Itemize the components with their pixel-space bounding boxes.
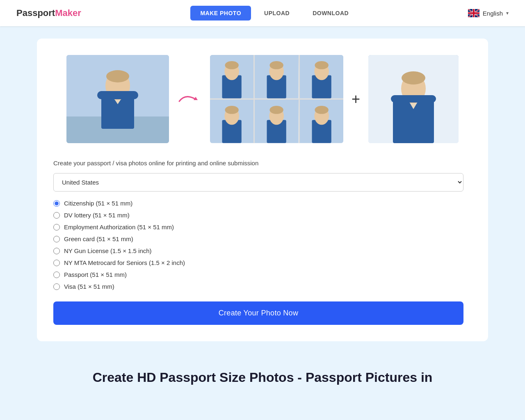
logo[interactable]: PassportMaker (16, 8, 81, 18)
radio-label-visa: Visa (51 × 51 mm) (64, 283, 114, 290)
radio-label-ny_mta: NY MTA Metrocard for Seniors (1.5 × 2 in… (64, 259, 185, 266)
main-content: + Create your passport / visa photos o (0, 26, 525, 354)
radio-item-ny_mta[interactable]: NY MTA Metrocard for Seniors (1.5 × 2 in… (53, 259, 463, 266)
grid-cell-2 (255, 55, 298, 98)
svg-point-45 (402, 71, 425, 84)
main-nav: MAKE PHOTO UPLOAD DOWNLOAD (190, 6, 358, 21)
radio-item-dv_lottery[interactable]: DV lottery (51 × 51 mm) (53, 212, 463, 219)
chevron-down-icon: ▾ (506, 10, 509, 16)
radio-label-employment_auth: Employment Authorization (51 × 51 mm) (64, 224, 174, 231)
grid-cell-3 (300, 55, 343, 98)
radio-item-ny_gun_license[interactable]: NY Gun License (1.5 × 1.5 inch) (53, 247, 463, 254)
person-illustration-single (368, 55, 459, 143)
logo-maker-text: Maker (55, 8, 81, 18)
radio-dv_lottery[interactable] (53, 212, 60, 219)
grid-cell-6 (300, 100, 343, 143)
form-subtitle: Create your passport / visa photos onlin… (53, 160, 463, 167)
svg-point-32 (225, 106, 238, 114)
radio-label-citizenship: Citizenship (51 × 51 mm) (64, 200, 132, 207)
country-select[interactable]: United StatesUnited KingdomCanadaAustral… (53, 173, 463, 192)
single-photo (368, 55, 459, 143)
arrow-icon (177, 91, 202, 107)
upload-button[interactable]: UPLOAD (254, 6, 299, 21)
create-photo-button[interactable]: Create Your Photo Now (53, 301, 463, 325)
bottom-heading: Create HD Passport Size Photos - Passpor… (0, 354, 525, 393)
arrow-indicator (177, 91, 202, 107)
download-button[interactable]: DOWNLOAD (303, 6, 358, 21)
radio-ny_mta[interactable] (53, 260, 60, 266)
radio-ny_gun_license[interactable] (53, 248, 60, 254)
form-section: Create your passport / visa photos onlin… (53, 160, 463, 325)
flag-icon (468, 9, 479, 17)
svg-point-28 (315, 61, 328, 69)
radio-item-citizenship[interactable]: Citizenship (51 × 51 mm) (53, 200, 463, 207)
person-illustration (66, 55, 169, 143)
grid-cell-5 (255, 100, 298, 143)
radio-visa[interactable] (53, 283, 60, 290)
grid-cell-1 (210, 55, 253, 98)
radio-item-passport[interactable]: Passport (51 × 51 mm) (53, 271, 463, 278)
person-silhouette-original (66, 55, 169, 143)
photo-grid (210, 55, 343, 143)
language-selector[interactable]: English ▾ (468, 9, 509, 17)
radio-item-green_card[interactable]: Green card (51 × 51 mm) (53, 235, 463, 242)
language-label: English (483, 10, 503, 17)
svg-rect-46 (391, 95, 436, 103)
person-silhouette-single (368, 55, 459, 143)
svg-rect-15 (97, 91, 138, 99)
radio-citizenship[interactable] (53, 200, 60, 207)
radio-label-green_card: Green card (51 × 51 mm) (64, 235, 133, 242)
plus-icon: + (352, 91, 360, 108)
radio-label-passport: Passport (51 × 51 mm) (64, 271, 127, 278)
radio-item-employment_auth[interactable]: Employment Authorization (51 × 51 mm) (53, 224, 463, 231)
make-photo-button[interactable]: MAKE PHOTO (190, 6, 251, 21)
svg-point-24 (270, 61, 283, 69)
photo-type-radio-group: Citizenship (51 × 51 mm)DV lottery (51 ×… (53, 200, 463, 290)
radio-green_card[interactable] (53, 236, 60, 242)
svg-rect-8 (468, 12, 479, 14)
hero-images-section: + (53, 55, 472, 143)
original-photo (66, 55, 169, 143)
radio-label-dv_lottery: DV lottery (51 × 51 mm) (64, 212, 130, 219)
logo-passport-text: Passport (16, 8, 55, 18)
grid-cell-4 (210, 100, 253, 143)
svg-point-14 (106, 70, 129, 82)
radio-label-ny_gun_license: NY Gun License (1.5 × 1.5 inch) (64, 247, 152, 254)
radio-passport[interactable] (53, 272, 60, 278)
radio-item-visa[interactable]: Visa (51 × 51 mm) (53, 283, 463, 290)
content-card: + Create your passport / visa photos o (37, 39, 488, 341)
header: PassportMaker MAKE PHOTO UPLOAD DOWNLOAD… (0, 0, 525, 26)
svg-point-40 (315, 106, 328, 114)
radio-employment_auth[interactable] (53, 224, 60, 231)
svg-point-20 (225, 61, 238, 69)
svg-point-36 (270, 106, 283, 114)
